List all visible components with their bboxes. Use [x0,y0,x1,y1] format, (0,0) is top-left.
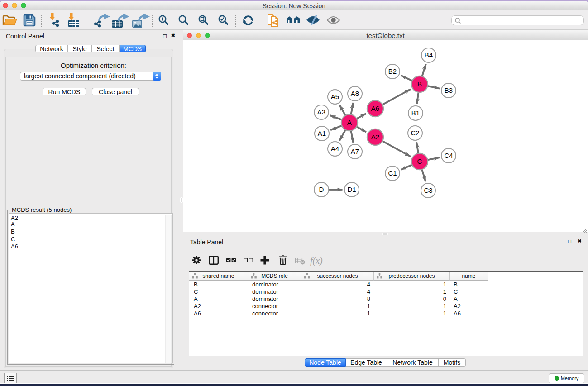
svg-text:D1: D1 [347,186,356,193]
svg-text:C: C [417,157,422,165]
svg-text:A7: A7 [351,148,359,155]
svg-text:C2: C2 [411,129,419,137]
svg-text:A4: A4 [331,145,339,152]
svg-text:A3: A3 [317,108,325,116]
svg-text:C3: C3 [424,186,432,194]
svg-text:C4: C4 [444,152,453,159]
svg-text:B3: B3 [445,86,453,94]
svg-text:D: D [319,186,324,193]
svg-text:B2: B2 [388,67,397,75]
svg-text:B1: B1 [411,109,420,117]
svg-text:A6: A6 [371,105,379,112]
svg-text:A8: A8 [351,90,359,97]
svg-text:A2: A2 [371,133,379,141]
svg-text:A1: A1 [318,129,326,137]
svg-text:A5: A5 [331,93,339,100]
svg-text:A: A [347,119,352,126]
svg-text:C1: C1 [388,169,397,177]
svg-text:B: B [417,80,422,88]
svg-text:B4: B4 [425,51,433,59]
